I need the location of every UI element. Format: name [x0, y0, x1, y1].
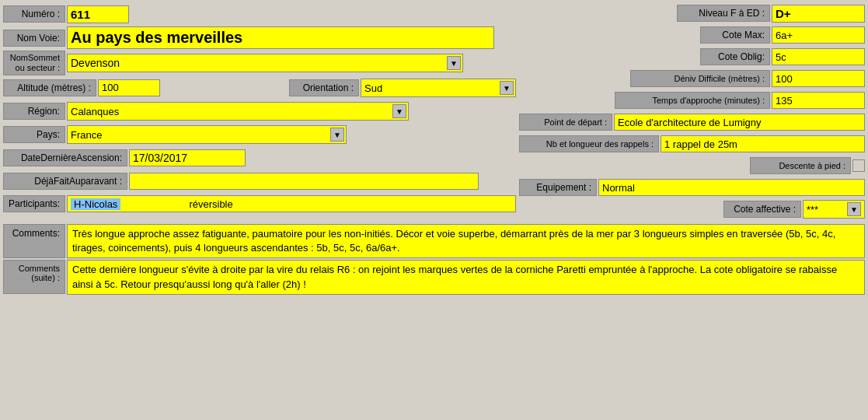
date-row: DateDernièreAscension: 17/03/2017	[3, 147, 516, 169]
rappels-label: Nb et longueur des rappels :	[519, 135, 659, 152]
numero-field[interactable]: 611	[67, 5, 129, 23]
pays-field[interactable]: France ▼	[67, 125, 347, 144]
pays-row: Pays: France ▼	[3, 124, 516, 145]
cote-max-row: Cote Max: 6a+	[519, 25, 865, 45]
comments2-field[interactable]: Cette dernière longueur s'évite à droite…	[67, 260, 865, 294]
participants-field[interactable]: H-Nicolas réversible	[67, 195, 516, 212]
pays-label: Pays:	[3, 126, 65, 143]
cote-oblig-label: Cote Oblig:	[700, 48, 770, 65]
numero-label: Numéro :	[3, 5, 65, 23]
comments-field[interactable]: Très longue approche assez fatiguante, p…	[67, 224, 865, 258]
stars-value: ***	[807, 204, 844, 215]
date-field[interactable]: 17/03/2017	[129, 149, 246, 166]
nom-voie-field[interactable]: Au pays des merveilles	[67, 26, 494, 49]
cote-affective-label: Cote affective :	[723, 201, 801, 218]
orientation-label: Orientation :	[289, 79, 359, 96]
comments2-label: Comments (suite) :	[3, 260, 65, 294]
numero-row: Numéro : 611	[3, 3, 516, 25]
equipement-field[interactable]: Normal	[598, 179, 865, 196]
region-field[interactable]: Calanques ▼	[67, 102, 409, 121]
nom-sommet-label: NomSommet ou secteur :	[3, 51, 65, 75]
participant-name: H-Nicolas	[71, 198, 120, 210]
cote-oblig-field[interactable]: 5c	[772, 48, 865, 65]
temps-label: Temps d'approche (minutes) :	[615, 92, 770, 109]
comments2-row: Comments (suite) : Cette dernière longue…	[3, 260, 865, 294]
deniv-row: Déniv Difficile (mètres) : 100	[519, 68, 865, 89]
rappels-row: Nb et longueur des rappels : 1 rappel de…	[519, 134, 865, 154]
temps-field[interactable]: 135	[772, 92, 865, 109]
descente-checkbox[interactable]	[852, 159, 865, 172]
orientation-dropdown-arrow[interactable]: ▼	[500, 81, 514, 95]
equipement-row: Equipement : Normal	[519, 177, 865, 198]
region-dropdown-arrow[interactable]: ▼	[392, 104, 406, 118]
cote-affective-dropdown-arrow[interactable]: ▼	[847, 202, 861, 216]
point-depart-label: Point de départ :	[519, 114, 612, 131]
cote-affective-field[interactable]: *** ▼	[803, 200, 865, 219]
nom-sommet-field[interactable]: Devenson ▼	[67, 54, 463, 72]
nom-sommet-row: NomSommet ou secteur : Devenson ▼	[3, 51, 516, 75]
descente-row: Descente à pied :	[519, 156, 865, 176]
niveau-row: Niveau F à ED : D+	[519, 3, 865, 23]
participants-suffix: réversible	[189, 198, 232, 210]
niveau-field[interactable]: D+	[772, 5, 865, 23]
pays-dropdown-arrow[interactable]: ▼	[330, 128, 344, 142]
region-label: Région:	[3, 103, 65, 120]
participants-label: Participants:	[3, 195, 65, 212]
cote-max-label: Cote Max:	[700, 26, 770, 44]
descente-label: Descente à pied :	[750, 157, 851, 174]
nom-sommet-dropdown-arrow[interactable]: ▼	[447, 56, 461, 70]
participants-row: Participants: H-Nicolas réversible	[3, 194, 516, 214]
nom-voie-label: Nom Voie:	[3, 30, 65, 47]
region-row: Région: Calanques ▼	[3, 100, 516, 122]
comments-row: Comments: Très longue approche assez fat…	[3, 224, 865, 258]
point-depart-field[interactable]: Ecole d'architecture de Lumigny	[614, 114, 865, 131]
orientation-field[interactable]: Sud ▼	[361, 79, 516, 97]
comments-label: Comments:	[3, 224, 65, 258]
niveau-label: Niveau F à ED :	[677, 5, 770, 22]
altitude-label: Altitude (mètres) :	[3, 79, 96, 96]
temps-row: Temps d'approche (minutes) : 135	[519, 90, 865, 110]
cote-affective-row: Cote affective : *** ▼	[519, 199, 865, 219]
equipement-label: Equipement :	[519, 179, 597, 196]
nom-voie-row: Nom Voie: Au pays des merveilles	[3, 26, 516, 49]
deja-field[interactable]	[129, 173, 479, 190]
rappels-field[interactable]: 1 rappel de 25m	[661, 135, 865, 152]
deja-label: DéjàFaitAuparavant :	[3, 173, 127, 190]
deniv-label: Déniv Difficile (mètres) :	[630, 70, 770, 87]
deja-row: DéjàFaitAuparavant :	[3, 170, 516, 192]
cote-oblig-row: Cote Oblig: 5c	[519, 47, 865, 67]
altitude-orientation-row: Altitude (mètres) : 100 Orientation : Su…	[3, 77, 516, 99]
point-depart-row: Point de départ : Ecole d'architecture d…	[519, 112, 865, 132]
cote-max-field[interactable]: 6a+	[772, 26, 865, 44]
altitude-field[interactable]: 100	[98, 79, 160, 96]
deniv-field[interactable]: 100	[772, 70, 865, 87]
date-label: DateDernièreAscension:	[3, 149, 127, 166]
